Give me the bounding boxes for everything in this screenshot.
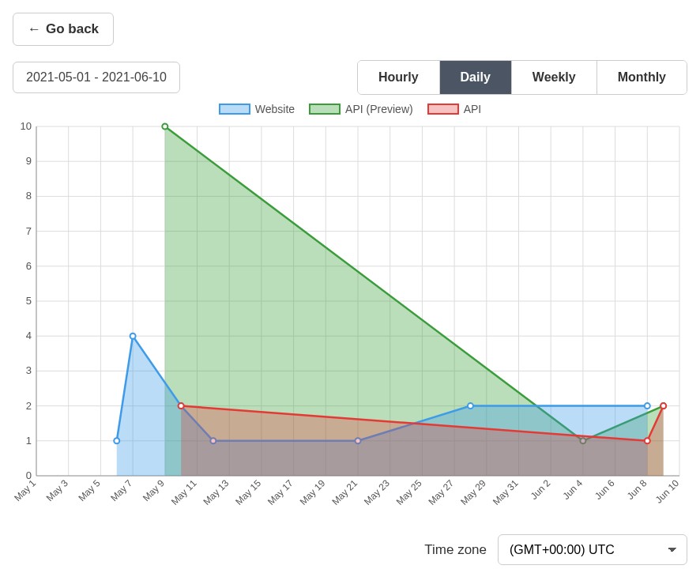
go-back-button[interactable]: ← Go back bbox=[13, 13, 114, 46]
svg-point-76 bbox=[179, 403, 184, 409]
svg-point-75 bbox=[645, 403, 650, 409]
granularity-weekly[interactable]: Weekly bbox=[512, 61, 597, 94]
svg-text:Jun 2: Jun 2 bbox=[529, 477, 553, 502]
legend-swatch-website bbox=[219, 104, 250, 115]
svg-text:8: 8 bbox=[26, 190, 32, 202]
granularity-hourly[interactable]: Hourly bbox=[358, 61, 440, 94]
date-range-picker[interactable]: 2021-05-01 - 2021-06-10 bbox=[13, 62, 180, 93]
svg-point-66 bbox=[162, 124, 167, 130]
svg-point-77 bbox=[645, 438, 650, 443]
svg-text:May 27: May 27 bbox=[426, 477, 456, 507]
svg-text:May 5: May 5 bbox=[77, 477, 103, 503]
svg-text:2: 2 bbox=[26, 400, 32, 412]
svg-text:May 31: May 31 bbox=[491, 477, 521, 507]
svg-point-78 bbox=[660, 403, 666, 409]
legend-item-api[interactable]: API bbox=[427, 103, 482, 115]
svg-text:6: 6 bbox=[26, 260, 32, 272]
legend-label-api-preview: API (Preview) bbox=[345, 103, 413, 115]
svg-text:May 29: May 29 bbox=[458, 477, 488, 507]
svg-text:Jun 10: Jun 10 bbox=[653, 477, 682, 506]
legend-swatch-api bbox=[427, 104, 459, 115]
svg-text:May 9: May 9 bbox=[141, 477, 167, 503]
svg-text:1: 1 bbox=[26, 435, 32, 447]
svg-text:Jun 4: Jun 4 bbox=[560, 477, 585, 502]
chart-container: Website API (Preview) API 012345678910Ma… bbox=[13, 103, 687, 523]
granularity-daily[interactable]: Daily bbox=[440, 61, 512, 94]
go-back-label: Go back bbox=[46, 21, 99, 37]
svg-text:May 13: May 13 bbox=[201, 477, 231, 507]
svg-text:May 19: May 19 bbox=[298, 477, 328, 507]
svg-text:May 3: May 3 bbox=[44, 477, 70, 503]
legend-label-api: API bbox=[464, 103, 482, 115]
svg-text:May 11: May 11 bbox=[169, 477, 199, 507]
svg-text:May 15: May 15 bbox=[233, 477, 263, 507]
svg-text:May 17: May 17 bbox=[265, 477, 295, 507]
svg-text:10: 10 bbox=[21, 120, 32, 132]
arrow-left-icon: ← bbox=[28, 21, 41, 37]
timezone-label: Time zone bbox=[424, 542, 487, 558]
granularity-monthly[interactable]: Monthly bbox=[597, 61, 687, 94]
svg-text:Jun 8: Jun 8 bbox=[625, 477, 649, 502]
svg-text:Jun 6: Jun 6 bbox=[593, 477, 617, 502]
svg-text:4: 4 bbox=[26, 330, 32, 341]
legend-swatch-api-preview bbox=[309, 104, 341, 115]
svg-text:5: 5 bbox=[26, 295, 32, 307]
chart-svg: 012345678910May 1May 3May 5May 7May 9May… bbox=[13, 120, 687, 523]
legend-item-website[interactable]: Website bbox=[219, 103, 295, 115]
svg-text:May 25: May 25 bbox=[394, 477, 424, 507]
svg-text:7: 7 bbox=[26, 225, 32, 237]
legend-label-website: Website bbox=[255, 103, 295, 115]
svg-text:May 23: May 23 bbox=[362, 477, 392, 507]
timezone-select[interactable]: (GMT+00:00) UTC bbox=[498, 534, 687, 565]
granularity-toggle: Hourly Daily Weekly Monthly bbox=[357, 60, 687, 95]
svg-point-70 bbox=[130, 334, 136, 339]
svg-point-69 bbox=[114, 438, 119, 443]
svg-text:9: 9 bbox=[26, 155, 32, 167]
svg-text:May 21: May 21 bbox=[329, 477, 359, 507]
legend-item-api-preview[interactable]: API (Preview) bbox=[309, 103, 413, 115]
svg-text:3: 3 bbox=[26, 364, 32, 376]
svg-text:May 1: May 1 bbox=[13, 477, 38, 503]
svg-point-74 bbox=[468, 403, 473, 409]
svg-text:May 7: May 7 bbox=[108, 477, 134, 503]
chart-legend: Website API (Preview) API bbox=[13, 103, 687, 115]
date-range-label: 2021-05-01 - 2021-06-10 bbox=[26, 70, 167, 84]
